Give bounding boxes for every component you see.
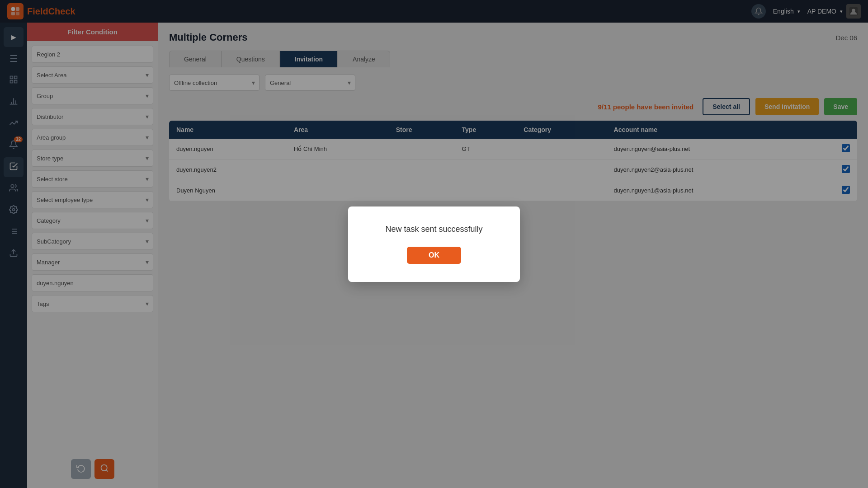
modal-ok-button[interactable]: OK [407, 247, 461, 264]
modal-message: New task sent successfully [370, 225, 498, 234]
modal-box: New task sent successfully OK [348, 206, 520, 282]
modal-overlay: New task sent successfully OK [0, 0, 868, 488]
